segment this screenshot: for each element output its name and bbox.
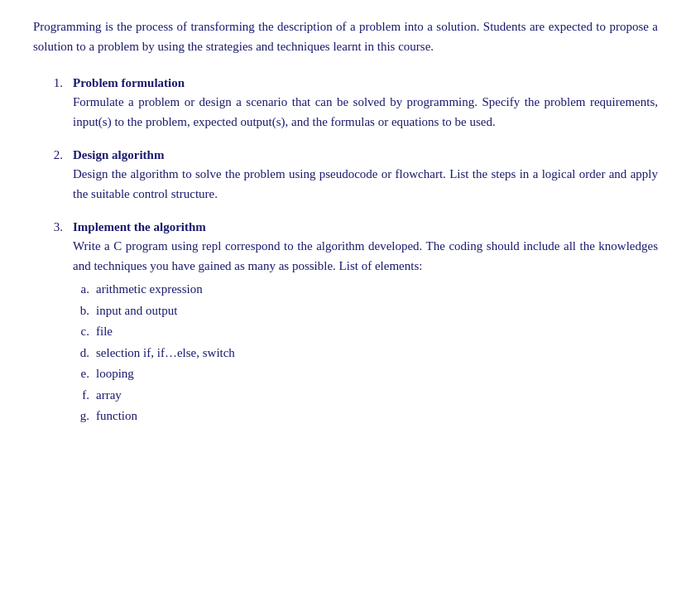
list-item-3: 3.Implement the algorithmWrite a C progr… (33, 220, 658, 427)
sub-item-3: c.file (73, 321, 658, 343)
item-number-2: 2. (33, 148, 73, 162)
item-content-1: Problem formulationFormulate a problem o… (73, 76, 658, 132)
intro-paragraph: Programming is the process of transformi… (33, 17, 658, 56)
sub-item-letter-4: d. (73, 343, 96, 364)
sub-list-3: a.arithmetic expressionb.input and outpu… (73, 279, 658, 427)
sub-item-text-3: file (96, 321, 658, 343)
sub-item-letter-2: b. (73, 301, 96, 322)
item-desc-1: Formulate a problem or design a scenario… (73, 92, 658, 132)
sub-item-text-1: arithmetic expression (96, 279, 658, 301)
item-title-1: Problem formulation (73, 76, 658, 90)
sub-item-letter-6: f. (73, 385, 96, 407)
sub-item-letter-3: c. (73, 321, 96, 343)
sub-item-5: e.looping (73, 363, 658, 385)
sub-item-4: d.selection if, if…else, switch (73, 343, 658, 364)
sub-item-text-7: function (96, 406, 658, 427)
item-title-2: Design algorithm (73, 148, 658, 162)
sub-item-1: a.arithmetic expression (73, 279, 658, 301)
sub-item-text-5: looping (96, 363, 658, 385)
item-number-3: 3. (33, 220, 73, 234)
sub-item-letter-1: a. (73, 279, 96, 301)
sub-item-7: g.function (73, 406, 658, 427)
sub-item-text-6: array (96, 385, 658, 407)
item-desc-3: Write a C program using repl correspond … (73, 236, 658, 276)
sub-item-text-4: selection if, if…else, switch (96, 343, 658, 364)
item-desc-2: Design the algorithm to solve the proble… (73, 164, 658, 204)
item-content-3: Implement the algorithmWrite a C program… (73, 220, 658, 427)
list-item-1: 1.Problem formulationFormulate a problem… (33, 76, 658, 132)
sub-item-2: b.input and output (73, 301, 658, 322)
sub-item-letter-7: g. (73, 406, 96, 427)
sub-item-6: f.array (73, 385, 658, 407)
sub-item-text-2: input and output (96, 301, 658, 322)
item-content-2: Design algorithmDesign the algorithm to … (73, 148, 658, 204)
list-item-2: 2.Design algorithmDesign the algorithm t… (33, 148, 658, 204)
item-title-3: Implement the algorithm (73, 220, 658, 234)
sub-item-letter-5: e. (73, 363, 96, 385)
item-number-1: 1. (33, 76, 73, 90)
main-list: 1.Problem formulationFormulate a problem… (33, 76, 658, 427)
